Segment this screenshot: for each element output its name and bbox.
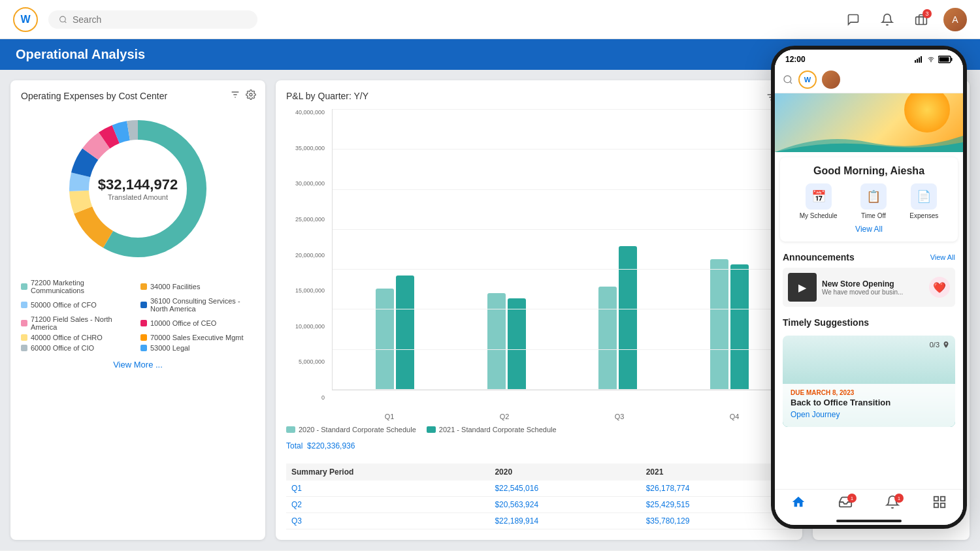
announcement-subtitle: We have moved our busin... (822, 289, 924, 296)
announcements-view-all[interactable]: View All (930, 253, 955, 261)
open-journey-link[interactable]: Open Journey (791, 410, 947, 419)
phone-hero (775, 93, 963, 152)
svg-rect-19 (915, 60, 916, 63)
phone-bottom-nav: 1 1 (775, 489, 963, 520)
legend-item: 10000 Office of CEO (140, 315, 255, 331)
expenses-action[interactable]: 📄 Expenses (909, 183, 938, 219)
timely-content: DUE MARCH 8, 2023 Back to Office Transit… (783, 384, 955, 427)
amount-2021-q1: $26,178,774 (641, 480, 792, 497)
timely-header: Timely Suggestions (783, 317, 955, 328)
svg-rect-22 (921, 56, 922, 63)
home-indicator (836, 520, 902, 522)
announcements-title: Announcements (783, 252, 855, 262)
briefcase-button[interactable]: 3 (909, 8, 933, 31)
schedule-icon: 📅 (806, 183, 832, 210)
legend-color (21, 302, 27, 308)
table-row: Q3 $22,189,914 $35,780,129 (286, 513, 792, 529)
grid-icon (932, 495, 947, 509)
legend-color (140, 320, 147, 326)
announcements-section: Announcements View All ▶ New Store Openi… (775, 247, 963, 312)
legend-color (21, 320, 27, 326)
amount-2021-q2: $25,429,515 (641, 497, 792, 513)
svg-rect-20 (917, 59, 918, 63)
bell-button[interactable] (875, 8, 899, 31)
timely-title: Timely Suggestions (783, 317, 869, 328)
donut-label: Translated Amount (98, 193, 178, 201)
legend-item: 50000 Office of CFO (21, 297, 135, 313)
timeoff-icon: 📋 (860, 183, 887, 210)
search-bar[interactable] (48, 10, 257, 29)
app-logo[interactable]: W (13, 7, 38, 32)
bell-badge: 1 (894, 494, 904, 503)
col-2021: 2021 (641, 464, 792, 480)
phone-search-icon[interactable] (783, 74, 793, 85)
period-q3[interactable]: Q3 (286, 513, 489, 529)
amount-2020-q3: $22,189,914 (489, 513, 640, 529)
bar-card-title: P&L by Quarter: Y/Y (286, 91, 368, 101)
greeting-text: Good Morning, Aiesha (788, 165, 950, 177)
page-title: Operational Analysis (16, 47, 145, 61)
wifi-icon (926, 56, 936, 63)
period-q2[interactable]: Q2 (286, 497, 489, 513)
legend-item: 36100 Consulting Services - North Americ… (140, 297, 255, 313)
table-row: Q2 $20,563,924 $25,429,515 (286, 497, 792, 513)
chart-legend: 2020 - Standard Corporate Schedule 2021 … (286, 426, 792, 433)
legend-label: 72200 Marketing Communications (31, 279, 135, 294)
svg-rect-26 (939, 57, 949, 62)
timely-item-title: Back to Office Transition (791, 398, 947, 407)
legend-item: 53000 Legal (140, 344, 255, 352)
chat-button[interactable] (841, 8, 865, 31)
view-all-actions[interactable]: View All (788, 225, 950, 234)
legend-color (21, 345, 27, 351)
legend-color (21, 283, 27, 290)
legend-2020: 2020 - Standard Corporate Schedule (286, 426, 416, 433)
location-icon (942, 341, 950, 349)
phone-screen: 12:00 (775, 50, 963, 525)
schedule-action[interactable]: 📅 My Schedule (800, 183, 838, 219)
amount-2020-q1: $22,545,016 (489, 480, 640, 497)
settings-icon[interactable] (246, 89, 256, 100)
schedule-label: My Schedule (800, 212, 838, 219)
phone-time: 12:00 (785, 55, 806, 64)
legend-item: 34000 Facilities (140, 279, 255, 294)
period-q1[interactable]: Q1 (286, 480, 489, 497)
legend-color (140, 302, 147, 308)
svg-point-27 (784, 76, 791, 83)
expenses-icon: 📄 (911, 183, 937, 210)
legend-item: 72200 Marketing Communications (21, 279, 135, 294)
nav-grid[interactable] (932, 495, 947, 509)
legend-label: 40000 Office of CHRO (31, 334, 103, 341)
y-axis-labels: 40,000,000 35,000,000 30,000,000 25,000,… (286, 109, 329, 401)
signal-icon (915, 56, 924, 63)
timely-due: DUE MARCH 8, 2023 (791, 389, 947, 396)
announcement-card: ▶ New Store Opening We have moved our bu… (783, 268, 955, 307)
svg-rect-31 (934, 503, 938, 507)
inbox-badge: 1 (847, 494, 857, 503)
chat-icon (847, 13, 860, 26)
user-avatar[interactable]: A (943, 8, 967, 31)
nav-inbox[interactable]: 1 (838, 495, 853, 509)
announcement-title: New Store Opening (822, 279, 924, 289)
timeoff-action[interactable]: 📋 Time Off (860, 183, 887, 219)
nav-home[interactable] (791, 495, 806, 509)
legend-label: 36100 Consulting Services - North Americ… (150, 297, 255, 313)
svg-rect-21 (919, 57, 920, 63)
view-more-link[interactable]: View More ... (21, 360, 255, 370)
legend-label: 70000 Sales Executive Mgmt (150, 334, 243, 341)
chart-area (332, 109, 792, 390)
legend-rect-2020 (286, 426, 295, 433)
legend-label: 50000 Office of CFO (31, 301, 97, 309)
legend-color (140, 345, 147, 351)
briefcase-badge: 3 (923, 9, 932, 18)
expenses-label: Expenses (909, 212, 938, 219)
svg-rect-29 (941, 497, 945, 501)
summary-table: Summary Period 2020 2021 Q1 $22,545,016 … (286, 464, 792, 529)
legend-color (140, 283, 147, 290)
nav-bell[interactable]: 1 (885, 495, 900, 509)
search-input[interactable] (73, 14, 247, 25)
phone-avatar[interactable] (822, 71, 840, 89)
donut-card-icons (230, 89, 256, 100)
legend-item: 70000 Sales Executive Mgmt (140, 334, 255, 341)
phone-search-bar: W (775, 67, 963, 93)
filter-icon[interactable] (230, 89, 240, 100)
